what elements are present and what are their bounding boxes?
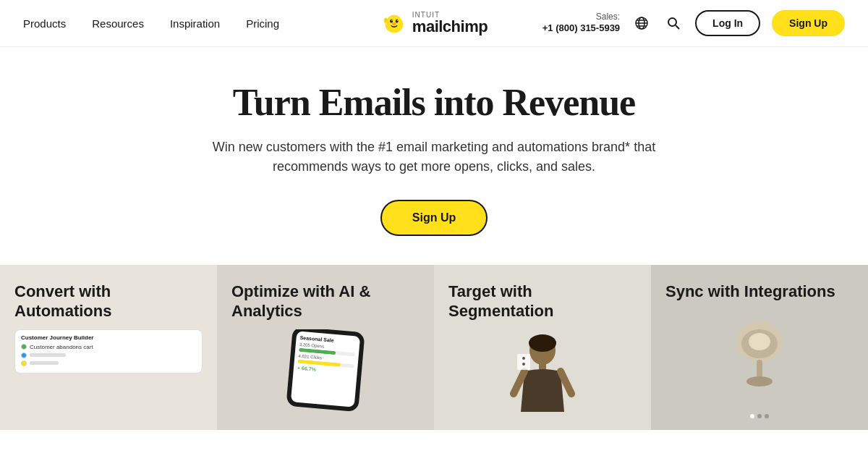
dot-3	[765, 414, 769, 418]
lamp-illustration	[665, 316, 854, 389]
svg-point-21	[522, 363, 525, 366]
feature-image-segmentation	[448, 329, 637, 418]
logo[interactable]: intuit mailchimp	[380, 9, 488, 37]
signup-button-hero[interactable]: Sign Up	[380, 200, 488, 236]
dot-2	[757, 414, 762, 418]
search-icon[interactable]	[663, 13, 684, 33]
svg-line-15	[676, 25, 679, 29]
nav-item-pricing[interactable]: Pricing	[246, 17, 279, 30]
nav-item-products[interactable]: Products	[23, 17, 66, 30]
phone-screen-analytics: Seasonal Sale 3,205 Opens 4,621 Clicks +…	[291, 331, 360, 407]
journey-step-3	[21, 360, 196, 366]
navigation: Products Resources Inspiration Pricing i…	[0, 0, 868, 47]
feature-title-segmentation: Target with Segmentation	[448, 282, 637, 321]
step-placeholder-3	[30, 361, 59, 365]
feature-image-integrations	[665, 311, 854, 410]
feature-image-automations: Customer Journey Builder Customer abando…	[14, 329, 203, 418]
signup-button-nav[interactable]: Sign Up	[772, 10, 845, 36]
login-button[interactable]: Log In	[695, 10, 760, 36]
feature-card-integrations: Sync with Integrations	[651, 265, 868, 430]
nav-item-inspiration[interactable]: Inspiration	[170, 17, 220, 30]
feature-card-automations: Convert with Automations Customer Journe…	[0, 265, 217, 430]
nav-sales: Sales: +1 (800) 315-5939	[542, 12, 620, 35]
svg-point-6	[391, 20, 392, 22]
logo-icon	[380, 9, 408, 37]
feature-title-analytics: Optimize with AI & Analytics	[231, 282, 420, 321]
svg-point-4	[390, 20, 393, 23]
svg-point-5	[396, 20, 399, 23]
sales-phone[interactable]: +1 (800) 315-5939	[542, 22, 620, 35]
svg-point-3	[385, 19, 387, 22]
feature-card-segmentation: Target with Segmentation	[434, 265, 651, 430]
svg-point-14	[668, 18, 676, 26]
person-illustration	[448, 332, 637, 412]
svg-point-25	[746, 376, 773, 387]
person-svg	[510, 332, 575, 412]
step-dot-3	[21, 360, 27, 366]
features-section: Convert with Automations Customer Journe…	[0, 265, 868, 430]
feature-image-analytics: Seasonal Sale 3,205 Opens 4,621 Clicks +…	[231, 329, 420, 418]
journey-step-2	[21, 352, 196, 358]
lamp-svg	[731, 316, 788, 389]
sales-label: Sales:	[542, 12, 620, 23]
carousel-dots	[665, 414, 854, 418]
svg-point-20	[522, 357, 525, 360]
svg-point-8	[392, 22, 396, 25]
logo-text: intuit mailchimp	[412, 12, 488, 35]
journey-step-label: Customer abandons cart	[30, 344, 93, 350]
svg-point-7	[397, 20, 398, 22]
hero-section: Turn Emails into Revenue Win new custome…	[0, 47, 868, 265]
hero-title: Turn Emails into Revenue	[233, 82, 635, 123]
dot-1	[750, 414, 754, 418]
logo-mailchimp-label: mailchimp	[412, 19, 488, 35]
step-placeholder-2	[30, 353, 66, 357]
svg-point-17	[529, 334, 556, 352]
feature-card-analytics: Optimize with AI & Analytics Seasonal Sa…	[217, 265, 434, 430]
nav-item-resources[interactable]: Resources	[92, 17, 144, 30]
feature-title-automations: Convert with Automations	[14, 282, 203, 321]
phone-mock-analytics: Seasonal Sale 3,205 Opens 4,621 Clicks +…	[286, 329, 365, 412]
nav-left: Products Resources Inspiration Pricing	[23, 17, 279, 30]
step-dot-1	[21, 344, 27, 350]
svg-point-26	[749, 333, 770, 350]
step-dot-2	[21, 352, 27, 358]
hero-subtitle: Win new customers with the #1 email mark…	[210, 138, 658, 177]
feature-title-integrations: Sync with Integrations	[665, 282, 854, 301]
nav-right: Sales: +1 (800) 315-5939 Log In Sign Up	[542, 10, 845, 36]
globe-icon[interactable]	[631, 13, 652, 33]
journey-builder-mock: Customer Journey Builder Customer abando…	[14, 329, 203, 373]
svg-rect-19	[517, 354, 530, 370]
journey-step-1: Customer abandons cart	[21, 344, 196, 350]
journey-builder-label: Customer Journey Builder	[21, 334, 196, 341]
